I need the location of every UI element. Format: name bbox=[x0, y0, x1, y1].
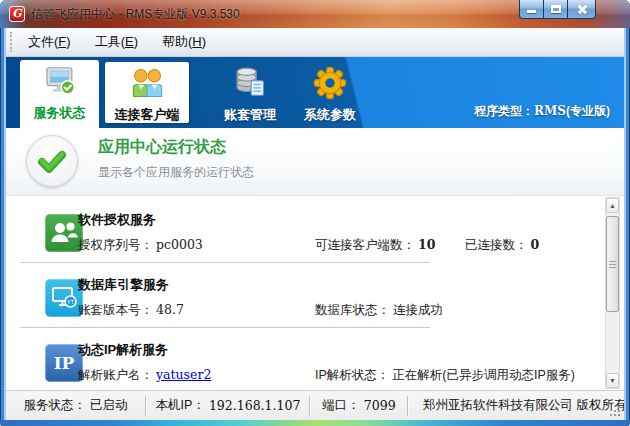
menu-help-key: H bbox=[192, 34, 201, 49]
status-value: 已启动 bbox=[90, 397, 128, 414]
service-fields: 账套版本号：48.7 数据库状态：连接成功 bbox=[6, 302, 604, 319]
field-label: 账套版本号： bbox=[78, 303, 153, 317]
row-divider bbox=[20, 262, 430, 263]
monitor-check-icon bbox=[20, 63, 99, 101]
status-value: 192.168.1.107 bbox=[209, 398, 300, 413]
menu-bar: 文件(F) 工具(E) 帮助(H) bbox=[6, 28, 624, 57]
field-db-status: 数据库状态：连接成功 bbox=[315, 302, 443, 319]
field-account-version: 账套版本号：48.7 bbox=[78, 302, 184, 319]
status-bar: 服务状态：已启动 本机IP：192.168.1.107 端口：7099 郑州亚拓… bbox=[6, 390, 624, 420]
window-border-bottom bbox=[0, 420, 630, 426]
field-value: pc0003 bbox=[156, 237, 203, 252]
minimize-button[interactable] bbox=[519, 0, 544, 19]
field-max-clients: 可连接客户端数：10 bbox=[315, 237, 435, 254]
menu-tools-key: E bbox=[125, 34, 134, 49]
scrollbar-grip bbox=[609, 261, 616, 269]
gear-icon bbox=[288, 65, 372, 103]
resolve-account-link[interactable]: yatuser2 bbox=[156, 367, 211, 382]
status-label: 端口： bbox=[322, 397, 360, 414]
menu-tools-post: ) bbox=[134, 34, 138, 49]
service-title: 数据库引擎服务 bbox=[78, 276, 169, 294]
scrollbar-thumb[interactable] bbox=[606, 216, 619, 312]
tab-strip: 服务状态 连接客户端 bbox=[6, 57, 624, 128]
status-company: 郑州亚拓软件科技有限公司 版权所有 bbox=[409, 397, 624, 414]
field-connected-count: 已连接数：0 bbox=[465, 237, 539, 254]
scroll-up-icon[interactable]: ▲ bbox=[606, 198, 619, 213]
program-type-label: 程序类型： bbox=[474, 104, 534, 118]
menu-grip-handle[interactable] bbox=[10, 32, 13, 52]
scroll-down-icon[interactable]: ▼ bbox=[606, 373, 619, 388]
field-value: 0 bbox=[531, 237, 540, 252]
close-button[interactable] bbox=[567, 0, 596, 19]
close-icon bbox=[576, 4, 587, 15]
service-title: 动态IP解析服务 bbox=[78, 341, 168, 359]
tab-connect-clients-label: 连接客户端 bbox=[105, 106, 189, 124]
menu-tools-label: 工具( bbox=[95, 34, 125, 49]
program-type: 程序类型：RMS(专业版) bbox=[474, 103, 610, 120]
menu-help[interactable]: 帮助(H) bbox=[153, 29, 215, 55]
resize-grip[interactable] bbox=[610, 406, 622, 418]
row-divider bbox=[20, 327, 430, 328]
window-border-right bbox=[624, 28, 630, 420]
vertical-scrollbar[interactable]: ▲ ▼ bbox=[605, 197, 620, 389]
status-port: 端口：7099 bbox=[311, 397, 407, 414]
tab-service-status[interactable]: 服务状态 bbox=[20, 60, 99, 128]
window-title: 信管飞应用中心 - RMS专业版 V9.3.530 bbox=[31, 6, 240, 23]
users-icon bbox=[105, 65, 189, 103]
menu-help-post: ) bbox=[202, 34, 206, 49]
status-label: 本机IP： bbox=[156, 397, 205, 414]
status-label: 服务状态： bbox=[24, 397, 87, 414]
service-row-dynamic-ip: IP 动态IP解析服务 解析账户名：yatuser2 IP解析状态：正在解析(已… bbox=[6, 336, 604, 390]
company-copyright: 郑州亚拓软件科技有限公司 版权所有 bbox=[423, 397, 624, 414]
maximize-icon bbox=[551, 5, 561, 13]
field-ip-status: IP解析状态：正在解析(已异步调用动态IP服务) bbox=[315, 367, 575, 384]
field-license-serial: 授权序列号：pc0003 bbox=[78, 237, 203, 254]
service-row-license: 软件授权服务 授权序列号：pc0003 可连接客户端数：10 已连接数：0 bbox=[6, 206, 604, 264]
menu-help-label: 帮助( bbox=[162, 34, 192, 49]
service-fields: 解析账户名：yatuser2 IP解析状态：正在解析(已异步调用动态IP服务) bbox=[6, 367, 604, 384]
status-value: 7099 bbox=[364, 398, 396, 413]
field-value: 48.7 bbox=[156, 302, 184, 317]
page-title: 应用中心运行状态 bbox=[98, 137, 226, 158]
menu-tools[interactable]: 工具(E) bbox=[86, 29, 147, 55]
database-icon bbox=[206, 65, 294, 103]
program-type-value-zh: (专业版) bbox=[566, 104, 610, 118]
title-bar[interactable]: G 信管飞应用中心 - RMS专业版 V9.3.530 bbox=[0, 0, 630, 28]
tab-service-status-label: 服务状态 bbox=[20, 104, 99, 122]
status-service-state: 服务状态：已启动 bbox=[6, 397, 145, 414]
menu-file-label: 文件( bbox=[28, 34, 58, 49]
menu-file-post: ) bbox=[66, 34, 70, 49]
field-label: 可连接客户端数： bbox=[315, 238, 415, 252]
content-panel: 应用中心运行状态 显示各个应用服务的运行状态 软件授权服务 授权序列号：pc00… bbox=[6, 128, 624, 390]
tab-account-management-label: 账套管理 bbox=[206, 106, 294, 124]
app-icon: G bbox=[9, 6, 25, 22]
field-value: 连接成功 bbox=[393, 303, 443, 317]
service-fields: 授权序列号：pc0003 可连接客户端数：10 已连接数：0 bbox=[6, 237, 604, 254]
page-subtitle: 显示各个应用服务的运行状态 bbox=[98, 164, 254, 181]
field-value: 正在解析(已异步调用动态IP服务) bbox=[392, 368, 575, 382]
field-value: 10 bbox=[418, 237, 435, 252]
service-row-database: YT 数据库引擎服务 账套版本号：48.7 数据库状态：连接成功 bbox=[6, 271, 604, 329]
minimize-icon bbox=[527, 10, 536, 13]
tab-system-parameters-label: 系统参数 bbox=[288, 106, 372, 124]
tab-system-parameters[interactable]: 系统参数 bbox=[288, 62, 372, 123]
field-label: 解析账户名： bbox=[78, 368, 153, 382]
application-window: G 信管飞应用中心 - RMS专业版 V9.3.530 文件(F) 工具(E) … bbox=[0, 0, 630, 426]
menu-file[interactable]: 文件(F) bbox=[19, 29, 80, 55]
program-type-value-en: RMS bbox=[534, 104, 566, 118]
tab-connect-clients[interactable]: 连接客户端 bbox=[105, 62, 189, 123]
window-controls bbox=[520, 0, 596, 19]
window-frame: G 信管飞应用中心 - RMS专业版 V9.3.530 文件(F) 工具(E) … bbox=[0, 0, 630, 426]
field-label: 已连接数： bbox=[465, 238, 528, 252]
field-label: 授权序列号： bbox=[78, 238, 153, 252]
field-label: 数据库状态： bbox=[315, 303, 390, 317]
status-check-icon bbox=[26, 135, 78, 187]
field-resolve-account: 解析账户名：yatuser2 bbox=[78, 367, 211, 384]
maximize-button[interactable] bbox=[543, 0, 568, 19]
tab-account-management[interactable]: 账套管理 bbox=[206, 62, 294, 123]
field-label: IP解析状态： bbox=[315, 368, 389, 382]
status-header: 应用中心运行状态 显示各个应用服务的运行状态 bbox=[6, 128, 624, 196]
service-title: 软件授权服务 bbox=[78, 211, 156, 229]
status-local-ip: 本机IP：192.168.1.107 bbox=[147, 397, 309, 414]
